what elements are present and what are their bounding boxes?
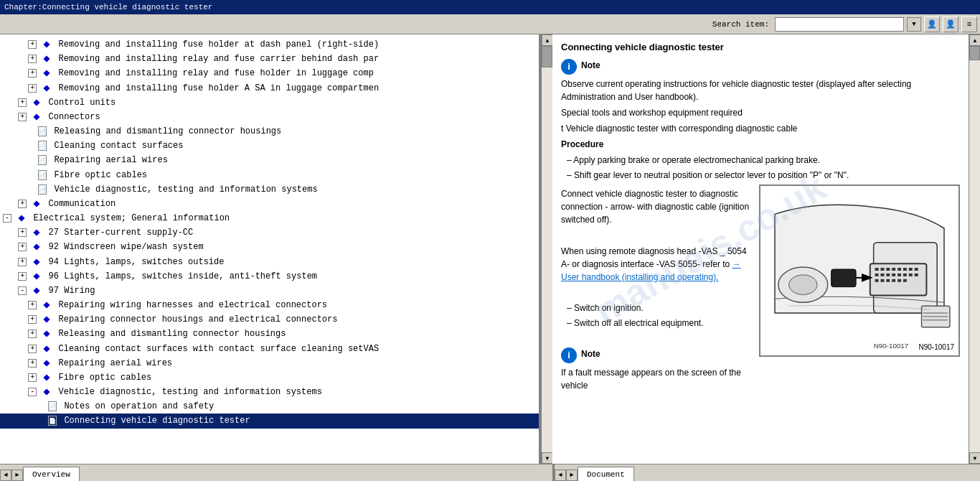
right-scroll-down-btn[interactable]: ▼ <box>969 452 980 464</box>
expand-icon[interactable]: + <box>28 40 37 49</box>
tree-item[interactable]: + 92 Windscreen wipe/wash system <box>0 240 539 254</box>
right-scroll-thumb[interactable] <box>969 46 980 60</box>
tree-item[interactable]: + Cleaning contact surfaces with contact… <box>0 342 539 356</box>
nav-arrow-right-2[interactable]: ► <box>566 470 578 481</box>
svg-point-31 <box>789 274 817 294</box>
expand-icon[interactable]: + <box>28 345 37 353</box>
tab-overview[interactable]: Overview <box>23 467 80 481</box>
title-text: Chapter:Connecting vehicle diagnostic te… <box>4 3 212 11</box>
tree-item[interactable]: + Removing and installing fuse holder A … <box>0 81 539 95</box>
tree-item[interactable]: + 27 Starter-current supply-CC <box>0 225 539 240</box>
toolbar-btn-3[interactable]: ≡ <box>961 17 977 32</box>
tree-text: Releasing and dismantling connector hous… <box>54 126 281 136</box>
special-tools: Special tools and workshop equipment req… <box>561 106 960 119</box>
expand-icon[interactable]: - <box>28 388 37 396</box>
tree-item[interactable]: + Repairing aerial wires <box>0 356 539 370</box>
tree-item[interactable]: + Communication <box>0 197 539 211</box>
toolbar-btn-2[interactable]: 👤 <box>943 17 958 32</box>
info-icon-2: i <box>561 347 577 363</box>
connector-diagram: N90-10017 <box>760 186 958 355</box>
nav-arrow-right[interactable]: ► <box>11 470 23 481</box>
tree-text: Fibre optic cables <box>54 170 147 180</box>
note-text: Observe current operating instructions f… <box>561 78 960 103</box>
tree-item-selected[interactable]: 📄 Connecting vehicle diagnostic tester <box>0 414 539 428</box>
note-content: Note <box>581 59 600 72</box>
tab-left: ◄ ► Overview <box>0 464 552 481</box>
search-dropdown[interactable]: ▼ <box>907 17 921 32</box>
nav-arrow-left-2[interactable]: ◄ <box>555 470 566 481</box>
tree-item[interactable]: + Removing and installing relay and fuse… <box>0 52 539 66</box>
tree-item[interactable]: + Repairing connector housings and elect… <box>0 312 539 327</box>
tree-item[interactable]: + 96 Lights, lamps, switches inside, ant… <box>0 269 539 284</box>
note2-label: Note <box>581 347 600 360</box>
tree-item[interactable]: + Removing and installing relay and fuse… <box>0 66 539 80</box>
tree-text: Connectors <box>49 112 100 122</box>
tree-item[interactable]: - Electrical system; General information <box>0 211 539 225</box>
tree-item[interactable]: + Control units <box>0 95 539 110</box>
expand-icon[interactable]: + <box>18 243 27 251</box>
toolbar-btn-1[interactable]: 👤 <box>924 17 940 32</box>
scroll-up-btn[interactable]: ▲ <box>542 34 553 46</box>
svg-rect-8 <box>903 268 907 271</box>
dash-1: – <box>567 155 573 165</box>
expand-icon[interactable]: - <box>3 214 11 223</box>
left-scrollbar[interactable]: ▲ ▼ <box>541 34 552 464</box>
tree-text: Repairing wiring harnesses and electrica… <box>59 300 327 310</box>
tree-text: 92 Windscreen wipe/wash system <box>49 242 204 252</box>
tree-item[interactable]: 📄 Releasing and dismantling connector ho… <box>0 124 539 139</box>
tree-item[interactable]: + Removing and installing fuse holder at… <box>0 37 539 52</box>
tree-text: Electrical system; General information <box>33 213 230 223</box>
tree-item[interactable]: - 97 Wiring <box>0 284 539 298</box>
tree-item[interactable]: 📄 Repairing aerial wires <box>0 153 539 167</box>
nav-arrow-left[interactable]: ◄ <box>0 470 11 481</box>
tab-document[interactable]: Document <box>578 467 634 481</box>
svg-rect-24 <box>903 279 907 281</box>
expand-icon[interactable]: + <box>28 55 37 63</box>
expand-icon[interactable]: + <box>18 98 27 107</box>
scroll-track <box>542 67 552 452</box>
tree-item[interactable]: 📄 Cleaning contact surfaces <box>0 139 539 153</box>
expand-icon[interactable]: + <box>28 84 37 93</box>
svg-rect-10 <box>915 268 918 271</box>
svg-rect-23 <box>897 279 901 281</box>
expand-icon[interactable]: + <box>28 359 37 368</box>
right-scrollbar[interactable]: ▲ ▼ <box>969 34 980 464</box>
search-input[interactable] <box>775 17 904 32</box>
expand-icon[interactable]: + <box>28 373 37 382</box>
scroll-thumb[interactable] <box>542 46 552 67</box>
expand-icon[interactable]: + <box>18 113 27 121</box>
svg-rect-18 <box>915 273 918 276</box>
svg-rect-22 <box>892 279 895 281</box>
svg-rect-15 <box>897 273 901 276</box>
expand-icon[interactable]: + <box>28 330 37 338</box>
tree-content: + Removing and installing fuse holder at… <box>0 34 539 464</box>
tree-item[interactable]: + Fibre optic cables <box>0 370 539 385</box>
expand-icon[interactable]: + <box>18 228 27 237</box>
expand-icon[interactable]: - <box>18 286 27 295</box>
expand-icon[interactable]: + <box>18 258 27 266</box>
tree-item[interactable]: - Vehicle diagnostic, testing and inform… <box>0 385 539 399</box>
tree-item[interactable]: 📄 Vehicle diagnostic, testing and inform… <box>0 182 539 197</box>
expand-icon[interactable]: + <box>28 301 37 309</box>
right-scroll-up-btn[interactable]: ▲ <box>969 34 980 46</box>
tree-item[interactable]: + Repairing wiring harnesses and electri… <box>0 298 539 312</box>
svg-rect-17 <box>909 273 913 276</box>
tree-item[interactable]: + 94 Lights, lamps, switches outside <box>0 255 539 269</box>
tree-item[interactable]: + Connectors <box>0 110 539 124</box>
svg-rect-6 <box>892 268 895 271</box>
info-icon: i <box>561 59 577 75</box>
tree-item[interactable]: 📄 Notes on operation and safety <box>0 399 539 414</box>
tree-item[interactable]: + Releasing and dismantling connector ho… <box>0 327 539 341</box>
expand-icon[interactable]: + <box>18 200 27 208</box>
tree-text: Communication <box>49 199 116 209</box>
expand-icon[interactable]: + <box>28 69 37 78</box>
expand-icon[interactable]: + <box>28 315 37 324</box>
title-bar: Chapter:Connecting vehicle diagnostic te… <box>0 0 980 14</box>
svg-rect-21 <box>886 279 890 281</box>
expand-icon[interactable]: + <box>18 272 27 281</box>
svg-rect-13 <box>886 273 890 276</box>
scroll-down-btn[interactable]: ▼ <box>542 452 553 464</box>
tool-item: t Vehicle diagnostic tester with corresp… <box>561 122 960 135</box>
svg-text:N90-10017: N90-10017 <box>874 342 909 350</box>
tree-item[interactable]: 📄 Fibre optic cables <box>0 168 539 182</box>
